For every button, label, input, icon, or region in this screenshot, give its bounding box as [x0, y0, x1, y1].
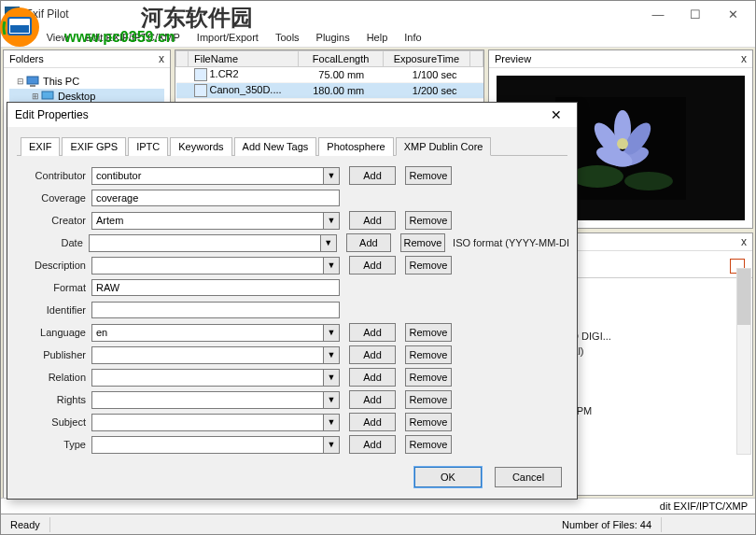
- folders-close-button[interactable]: x: [159, 52, 164, 65]
- remove-button[interactable]: Remove: [405, 166, 452, 185]
- tree-root-this-pc[interactable]: ⊟ This PC: [9, 74, 164, 89]
- remove-button[interactable]: Remove: [405, 368, 452, 387]
- type-field[interactable]: ▼: [91, 436, 340, 454]
- exp-cell: 1/200 sec: [383, 83, 469, 99]
- description-field[interactable]: ▼: [91, 257, 340, 275]
- remove-button[interactable]: Remove: [405, 211, 452, 230]
- add-button[interactable]: Add: [349, 390, 396, 409]
- add-button[interactable]: Add: [349, 413, 396, 431]
- expander-icon[interactable]: ⊟: [15, 77, 26, 86]
- dropdown-icon[interactable]: ▼: [323, 415, 339, 430]
- add-button[interactable]: Add: [349, 435, 396, 454]
- dropdown-icon[interactable]: ▼: [323, 258, 339, 274]
- tab-add-new-tags[interactable]: Add New Tags: [234, 137, 317, 156]
- window-close-button[interactable]: ✕: [714, 3, 751, 25]
- tab-iptc[interactable]: IPTC: [128, 137, 168, 156]
- identifier-input[interactable]: [91, 302, 340, 318]
- menu-plugins[interactable]: Plugins: [308, 29, 358, 46]
- language-field[interactable]: ▼: [91, 324, 340, 342]
- svg-point-14: [617, 138, 628, 149]
- edit-exif-context[interactable]: dit EXIF/IPTC/XMP: [660, 500, 748, 512]
- remove-button[interactable]: Remove: [405, 390, 452, 409]
- add-button[interactable]: Add: [349, 368, 396, 387]
- contributor-field[interactable]: ▼: [91, 167, 340, 185]
- relation-input[interactable]: [92, 370, 323, 386]
- format-input[interactable]: [91, 279, 340, 296]
- dropdown-icon[interactable]: ▼: [320, 235, 336, 251]
- contributor-input[interactable]: [92, 168, 323, 184]
- date-field[interactable]: ▼: [89, 234, 337, 252]
- tab-exif-gps[interactable]: EXIF GPS: [62, 137, 126, 156]
- menu-file[interactable]: File: [5, 29, 38, 46]
- dropdown-icon[interactable]: ▼: [323, 370, 339, 386]
- file-row[interactable]: Canon_350D.... 180.00 mm 1/200 sec: [176, 83, 483, 99]
- file-row[interactable]: 1.CR2 75.00 mm 1/100 sec: [176, 67, 483, 83]
- dropdown-icon[interactable]: ▼: [323, 168, 339, 184]
- menu-help[interactable]: Help: [358, 29, 397, 46]
- add-button[interactable]: Add: [349, 166, 396, 185]
- add-button[interactable]: Add: [349, 323, 396, 342]
- tab-keywords[interactable]: Keywords: [170, 137, 231, 156]
- expander-icon[interactable]: ⊞: [30, 92, 41, 101]
- rights-input[interactable]: [92, 392, 323, 408]
- window-minimize-button[interactable]: —: [639, 3, 677, 25]
- ok-button[interactable]: OK: [414, 467, 482, 487]
- subject-field[interactable]: ▼: [91, 414, 340, 431]
- add-button[interactable]: Add: [349, 211, 396, 230]
- menu-import-export[interactable]: Import/Export: [189, 29, 267, 46]
- subject-input[interactable]: [92, 415, 323, 430]
- coverage-input[interactable]: [91, 190, 340, 206]
- dropdown-icon[interactable]: ▼: [323, 392, 339, 408]
- svg-rect-5: [42, 92, 53, 99]
- language-input[interactable]: [92, 325, 323, 341]
- tab-xmp-dublin-core[interactable]: XMP Dublin Core: [396, 137, 492, 156]
- add-button[interactable]: Add: [346, 233, 391, 252]
- tab-photosphere[interactable]: Photosphere: [318, 137, 393, 156]
- col-focallength[interactable]: FocalLength: [299, 51, 383, 67]
- relation-field[interactable]: ▼: [91, 369, 340, 387]
- creator-input[interactable]: [92, 213, 323, 229]
- remove-button[interactable]: Remove: [405, 413, 452, 431]
- status-ready: Ready: [1, 517, 50, 532]
- menu-tools[interactable]: Tools: [267, 29, 308, 46]
- col-exposuretime[interactable]: ExposureTime: [383, 51, 469, 67]
- publisher-input[interactable]: [92, 347, 323, 363]
- col-filename[interactable]: FileName: [189, 51, 299, 67]
- dropdown-icon[interactable]: ▼: [323, 347, 339, 363]
- props-scrollbar[interactable]: [736, 268, 751, 455]
- preview-close-button[interactable]: x: [741, 52, 747, 65]
- window-maximize-button[interactable]: ☐: [677, 3, 714, 25]
- preview-title: Preview: [495, 53, 741, 64]
- rights-field[interactable]: ▼: [91, 391, 340, 409]
- remove-button[interactable]: Remove: [405, 256, 452, 275]
- dropdown-icon[interactable]: ▼: [323, 437, 339, 453]
- description-input[interactable]: [92, 258, 323, 274]
- dialog-form: Contributor ▼ Add Remove Coverage Creato…: [7, 156, 577, 459]
- label-coverage: Coverage: [7, 192, 91, 204]
- menu-edit-exif[interactable]: Edit EXIF/IPTC/XMP: [77, 29, 188, 46]
- creator-field[interactable]: ▼: [91, 212, 340, 230]
- menu-info[interactable]: Info: [396, 29, 429, 46]
- app-title: Exif Pilot: [25, 7, 639, 21]
- remove-button[interactable]: Remove: [405, 323, 452, 342]
- cancel-button[interactable]: Cancel: [495, 467, 562, 487]
- add-button[interactable]: Add: [349, 345, 396, 364]
- remove-button[interactable]: Remove: [405, 435, 452, 454]
- dropdown-icon[interactable]: ▼: [323, 213, 339, 229]
- svg-rect-4: [30, 85, 35, 87]
- dropdown-icon[interactable]: ▼: [323, 325, 339, 341]
- publisher-field[interactable]: ▼: [91, 346, 340, 364]
- props-close-button[interactable]: x: [741, 235, 747, 248]
- type-input[interactable]: [92, 437, 323, 453]
- remove-button[interactable]: Remove: [405, 345, 452, 364]
- menu-view[interactable]: View: [38, 29, 77, 46]
- label-type: Type: [7, 439, 91, 450]
- dialog-titlebar[interactable]: Edit Properties ✕: [7, 103, 577, 127]
- tab-exif[interactable]: EXIF: [21, 137, 60, 156]
- scrollbar-thumb[interactable]: [737, 269, 750, 325]
- remove-button[interactable]: Remove: [400, 233, 445, 252]
- file-name-cell: 1.CR2: [210, 68, 239, 79]
- dialog-close-button[interactable]: ✕: [543, 107, 569, 122]
- add-button[interactable]: Add: [349, 256, 396, 275]
- date-input[interactable]: [90, 235, 320, 251]
